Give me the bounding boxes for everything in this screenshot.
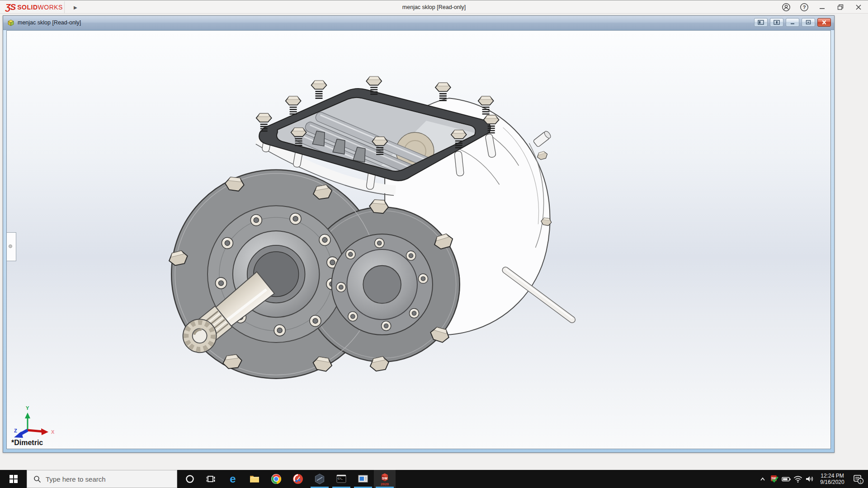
pane-right-button[interactable] — [770, 18, 783, 27]
solidworks-2020-icon: SW 2020 — [378, 472, 392, 486]
document-titlebar[interactable]: menjac sklop [Read-only] — [3, 16, 834, 30]
svg-text:e: e — [230, 473, 236, 485]
titlebar-separator — [64, 1, 65, 13]
notification-badge: 1 — [859, 479, 862, 483]
minimize-button[interactable] — [816, 1, 828, 13]
document-client-frame: Y X Z *Dimetric — [3, 30, 834, 452]
help-icon[interactable]: ? — [798, 1, 810, 13]
tray-clock[interactable]: 12:24 PM 9/16/2020 — [816, 470, 849, 488]
restore-button[interactable] — [835, 1, 846, 13]
solidworks-logo-mark: ƷS — [5, 2, 15, 12]
media-app-icon — [357, 473, 369, 485]
clock-time: 12:24 PM — [821, 473, 844, 479]
task-view-icon — [205, 474, 216, 484]
start-button[interactable] — [0, 470, 27, 488]
tray-volume-icon[interactable] — [804, 470, 816, 488]
clock-date: 9/16/2020 — [820, 479, 844, 485]
search-placeholder: Type here to search — [46, 475, 106, 483]
close-button[interactable] — [853, 1, 864, 13]
cortana-icon — [185, 474, 195, 484]
app-titlebar: ƷS SOLIDWORKS ▶ menjac sklop [Read-only]… — [0, 0, 868, 14]
search-icon — [33, 475, 41, 483]
tray-chevron-up-icon[interactable] — [757, 470, 769, 488]
file-explorer-icon — [249, 473, 260, 485]
solidworks-logo-text: SOLIDWORKS — [17, 4, 63, 11]
windows-logo-icon — [9, 475, 18, 483]
sw-icon-letters: SW — [382, 476, 388, 480]
taskbar-app-command-prompt[interactable]: C:\_ — [330, 470, 352, 488]
edge-icon: e — [227, 473, 239, 485]
graphics-viewport[interactable]: Y X Z *Dimetric — [6, 30, 831, 449]
triad-z-label: Z — [14, 428, 17, 433]
logo-text-light: WORKS — [38, 4, 63, 11]
action-center-icon: 1 — [852, 473, 864, 485]
countershaft-cover — [331, 234, 433, 335]
featuremanager-collapsed-tab[interactable] — [6, 232, 16, 261]
taskbar-app-microsoft-edge[interactable]: e — [222, 470, 244, 488]
cmd-icon-text: C:\_ — [338, 477, 343, 480]
screen-capture-icon — [292, 473, 304, 485]
taskbar-app-google-chrome[interactable] — [265, 470, 287, 488]
collapse-tab-dot — [9, 244, 12, 248]
user-account-icon[interactable] — [780, 1, 792, 13]
document-window: menjac sklop [Read-only] — [3, 15, 835, 453]
taskbar-app-screen-capture[interactable] — [287, 470, 309, 488]
triad-y-label: Y — [26, 405, 29, 411]
tray-battery-icon[interactable] — [780, 470, 792, 488]
svg-text:?: ? — [803, 5, 806, 10]
solidworks-logo: ƷS SOLIDWORKS ▶ — [5, 0, 77, 14]
cortana-button[interactable] — [180, 470, 200, 488]
gearbox-3d-model[interactable] — [7, 31, 830, 449]
app-title: menjac sklop [Read-only] — [0, 0, 868, 14]
orientation-triad: Y X Z — [10, 404, 60, 441]
triad-x-label: X — [51, 429, 55, 435]
menu-expand-arrow-icon[interactable]: ▶ — [74, 5, 77, 10]
assembly-document-icon — [7, 19, 15, 27]
doc-maximize-button[interactable] — [802, 18, 815, 27]
taskbar-search-input[interactable]: Type here to search — [27, 470, 177, 488]
taskbar-app-media[interactable] — [352, 470, 374, 488]
logo-text-bold: SOLID — [17, 4, 38, 11]
view-orientation-label: *Dimetric — [11, 439, 43, 447]
sw-icon-year: 2020 — [381, 482, 389, 486]
tray-solidworks-monitor-icon[interactable]: SW — [769, 470, 780, 488]
action-center-button[interactable]: 1 — [849, 470, 867, 488]
pane-left-button[interactable] — [754, 18, 768, 27]
breather-stub — [533, 130, 552, 147]
hexagon-app-icon — [314, 473, 326, 485]
taskbar-app-hexagon[interactable] — [309, 470, 330, 488]
tray-wifi-icon[interactable] — [792, 470, 804, 488]
taskbar-app-file-explorer[interactable] — [244, 470, 265, 488]
document-title: menjac sklop [Read-only] — [18, 19, 81, 26]
command-prompt-icon: C:\_ — [335, 473, 347, 485]
doc-close-button[interactable] — [817, 18, 831, 27]
taskbar-app-solidworks-2020[interactable]: SW 2020 — [374, 470, 396, 488]
side-plug — [536, 150, 548, 160]
doc-minimize-button[interactable] — [786, 18, 799, 27]
chrome-icon — [270, 473, 282, 485]
task-view-button[interactable] — [201, 470, 221, 488]
windows-taskbar: Type here to search e — [0, 470, 868, 488]
